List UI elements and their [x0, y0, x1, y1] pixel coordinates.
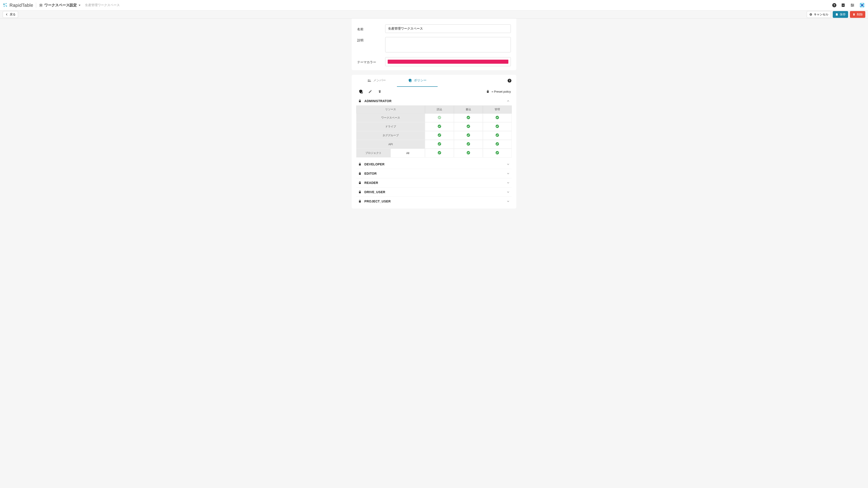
policy-header[interactable]: PROJECT_USER	[356, 197, 512, 206]
check-icon	[437, 116, 441, 120]
policy-header[interactable]: DRIVE_USER	[356, 187, 512, 197]
pencil-icon	[368, 90, 372, 94]
bookmark-add-icon[interactable]	[841, 3, 846, 8]
perm-manage[interactable]	[483, 122, 512, 131]
lock-icon	[358, 181, 362, 185]
desc-input[interactable]	[385, 37, 511, 53]
chevron-down-icon	[506, 172, 510, 175]
lock-icon	[486, 90, 490, 93]
policy-project_user: PROJECT_USER	[356, 197, 512, 206]
chevron-down-icon	[506, 162, 510, 166]
check-icon	[437, 133, 441, 137]
name-label: 名前	[357, 26, 385, 31]
table-row: プロジェクトAll	[356, 149, 512, 158]
save-icon	[835, 13, 838, 16]
lock-icon	[358, 199, 362, 203]
perm-write[interactable]	[454, 113, 483, 122]
help-icon[interactable]	[507, 78, 512, 83]
chevron-down-icon	[506, 181, 510, 185]
delete-policy-button[interactable]	[376, 88, 383, 95]
tune-icon[interactable]	[850, 3, 855, 8]
perm-manage[interactable]	[483, 149, 512, 158]
policy-editor: EDITOR	[356, 169, 512, 178]
policy-name: ADMINISTRATOR	[364, 99, 392, 103]
trash-icon	[852, 13, 856, 16]
check-icon	[437, 142, 441, 146]
chevron-down-icon	[506, 199, 510, 203]
lock-icon	[358, 162, 362, 166]
chevron-up-icon	[506, 99, 510, 103]
check-icon	[495, 116, 499, 120]
lock-icon	[358, 190, 362, 194]
resource-cell: ドライブ	[356, 122, 425, 131]
gear-icon	[39, 3, 43, 7]
check-icon	[466, 142, 470, 146]
col-resource: リソース	[356, 105, 425, 113]
perm-read[interactable]	[425, 113, 454, 122]
check-icon	[437, 151, 441, 155]
check-icon	[466, 124, 470, 128]
policy-toolbar: = Preset policy	[356, 87, 512, 96]
theme-color-picker[interactable]	[385, 57, 511, 66]
brand-name: RapidTable	[9, 3, 33, 8]
perm-manage[interactable]	[483, 140, 512, 149]
perm-read[interactable]	[425, 149, 454, 158]
perm-manage[interactable]	[483, 131, 512, 140]
avatar[interactable]	[859, 2, 865, 8]
tab-policies[interactable]: ポリシー	[397, 74, 438, 87]
policy-name: DRIVE_USER	[364, 190, 385, 194]
policy-name: PROJECT_USER	[364, 199, 391, 203]
policy-header[interactable]: EDITOR	[356, 169, 512, 178]
policy-reader: READER	[356, 178, 512, 187]
check-icon	[495, 124, 499, 128]
policy-card: メンバー ポリシー = Preset policy	[352, 75, 516, 208]
tab-members[interactable]: メンバー	[356, 74, 397, 87]
cancel-button[interactable]: キャンセル	[807, 11, 831, 18]
policy-header[interactable]: DEVELOPER	[356, 160, 512, 169]
perm-write[interactable]	[454, 140, 483, 149]
policy-administrator: ADMINISTRATOR リソース 読込 書込 管理 ワークスペースドライブタ…	[356, 96, 512, 158]
perm-read[interactable]	[425, 131, 454, 140]
add-policy-button[interactable]	[357, 88, 364, 95]
theme-color-swatch	[388, 60, 508, 64]
table-row: ワークスペース	[356, 113, 512, 122]
delete-button[interactable]: 削除	[850, 11, 865, 18]
policy-name: DEVELOPER	[364, 162, 384, 166]
help-icon[interactable]	[832, 3, 837, 8]
theme-label: テーマカラー	[357, 59, 385, 64]
check-icon	[466, 151, 470, 155]
cancel-icon	[809, 13, 812, 16]
perm-manage[interactable]	[483, 113, 512, 122]
check-icon	[437, 124, 441, 128]
members-icon	[367, 78, 371, 83]
resource-cell: ワークスペース	[356, 113, 425, 122]
table-row: API	[356, 140, 512, 149]
check-icon	[495, 151, 499, 155]
workspace-settings-menu[interactable]: ワークスペース設定	[39, 3, 81, 8]
col-write: 書込	[454, 105, 483, 113]
check-icon	[466, 116, 470, 120]
perm-write[interactable]	[454, 149, 483, 158]
perm-read[interactable]	[425, 140, 454, 149]
edit-policy-button[interactable]	[367, 88, 374, 95]
col-read: 読込	[425, 105, 454, 113]
shield-add-icon	[359, 89, 363, 94]
table-row: タググループ	[356, 131, 512, 140]
perm-write[interactable]	[454, 122, 483, 131]
action-bar: 戻る キャンセル 保存 削除	[0, 11, 868, 19]
save-button[interactable]: 保存	[833, 11, 848, 18]
check-icon	[495, 142, 499, 146]
back-button[interactable]: 戻る	[3, 11, 18, 18]
tab-policies-label: ポリシー	[414, 78, 427, 83]
brand-logo[interactable]: RapidTable	[3, 3, 33, 8]
workspace-form-card: 名前 説明 テーマカラー	[352, 19, 516, 70]
policy-header[interactable]: READER	[356, 178, 512, 187]
perm-read[interactable]	[425, 122, 454, 131]
save-label: 保存	[840, 12, 846, 17]
perm-write[interactable]	[454, 131, 483, 140]
back-label: 戻る	[10, 12, 16, 17]
name-input[interactable]	[385, 24, 511, 33]
policy-developer: DEVELOPER	[356, 160, 512, 169]
preset-legend-text: = Preset policy	[491, 90, 511, 93]
policy-header-administrator[interactable]: ADMINISTRATOR	[356, 96, 512, 105]
